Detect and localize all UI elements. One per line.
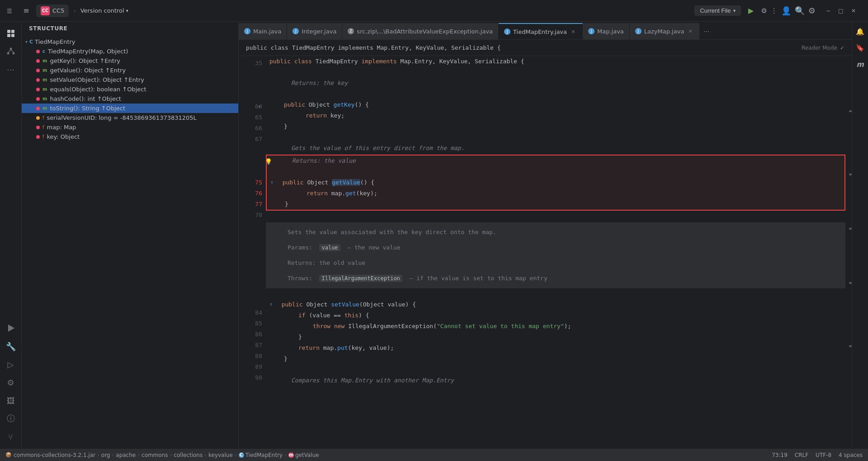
code-lines-container: public class TiedMapEntry implements Map… xyxy=(266,56,845,448)
doc-line-returns-key: Returns: the key xyxy=(266,78,845,89)
reader-mode-label: Reader Mode xyxy=(802,45,837,51)
debug-icon[interactable]: ⚙ xyxy=(761,7,767,15)
code-line-blank2 xyxy=(266,89,845,99)
bc-item-jar[interactable]: commons-collections-3.2.1.jar xyxy=(14,452,95,458)
activity-project-icon[interactable] xyxy=(3,25,19,42)
activity-deploy-icon[interactable]: ▷ xyxy=(3,356,19,372)
dot-icon xyxy=(36,88,40,91)
minimize-button[interactable]: − xyxy=(823,5,834,16)
structure-tree: ▾ C TiedMapEntry c TiedMapEntry(Map, Obj… xyxy=(22,35,238,448)
app-switcher[interactable]: CC CC5 xyxy=(36,5,69,17)
line-numbers: 35 64 65 66 67 75 76 77 78 xyxy=(239,56,266,448)
keyword: public xyxy=(282,299,307,310)
current-file-button[interactable]: Current File ▾ xyxy=(694,5,741,16)
dot-icon xyxy=(36,135,40,139)
tab-label: src.zip\...\BadAttributeValueExpExceptio… xyxy=(357,28,493,35)
tab-close-button[interactable]: ✕ xyxy=(687,28,694,35)
sidebar: Structure ▾ C TiedMapEntry c TiedMapEntr… xyxy=(22,22,239,448)
tabs-bar: J Main.java J Integer.java Z src.zip\...… xyxy=(239,22,852,40)
activity-tools-icon[interactable]: 🔧 xyxy=(3,338,19,354)
tab-icon: Z xyxy=(348,28,354,34)
tree-item-label: equals(Object): boolean ↑Object xyxy=(50,86,146,93)
tree-item-label: getValue(): Object ↑Entry xyxy=(50,67,126,74)
chevron-down-icon: ▾ xyxy=(25,39,28,44)
bc-item-commons[interactable]: commons xyxy=(142,452,168,458)
tree-item-setvalue[interactable]: m setValue(Object): Object ↑Entry xyxy=(22,75,238,85)
tree-item-label: TiedMapEntry(Map, Object) xyxy=(48,48,128,55)
tab-close-button[interactable]: ✕ xyxy=(570,28,577,35)
code-line-78 xyxy=(266,212,845,222)
right-m-icon[interactable]: m xyxy=(854,58,867,71)
right-bookmark-icon[interactable]: 🔖 xyxy=(854,42,867,54)
dot-icon xyxy=(36,126,40,129)
keyword: class xyxy=(294,56,316,67)
right-panel: 🔔 🔖 m xyxy=(852,22,868,448)
keyword: return xyxy=(307,188,331,199)
dot-icon xyxy=(36,107,40,110)
tree-item-serialversionuid[interactable]: f serialVersionUID: long = -845386936137… xyxy=(22,113,238,122)
activity-structure-icon[interactable] xyxy=(3,43,19,60)
right-notifications-icon[interactable]: 🔔 xyxy=(854,25,867,38)
code-area[interactable]: 35 64 65 66 67 75 76 77 78 xyxy=(239,56,852,448)
activity-git-icon[interactable]: ⑂ xyxy=(3,428,19,445)
tab-integer-java[interactable]: J Integer.java xyxy=(287,23,342,39)
project-selector[interactable]: Version control ▾ xyxy=(80,7,128,14)
tree-item-constructor[interactable]: c TiedMapEntry(Map, Object) xyxy=(22,47,238,56)
tree-item-key[interactable]: f key: Object xyxy=(22,132,238,141)
profile-icon[interactable]: 👤 xyxy=(781,6,791,15)
activity-bar: ··· 🔧 ▷ ⚙ 🖼 ⓘ ⑂ xyxy=(0,22,22,448)
activity-info-icon[interactable]: ⓘ xyxy=(3,410,19,427)
activity-image-icon[interactable]: 🖼 xyxy=(3,392,19,409)
cursor-position[interactable]: 73:19 xyxy=(772,452,788,458)
close-button[interactable]: ✕ xyxy=(848,5,859,16)
type: Object xyxy=(306,299,331,310)
tab-tiedmapentry-java[interactable]: J TiedMapEntry.java ✕ xyxy=(499,23,583,39)
activity-run-icon[interactable] xyxy=(3,320,19,336)
restore-button[interactable]: □ xyxy=(835,5,846,16)
activity-more-icon[interactable]: ··· xyxy=(3,61,19,78)
tab-lazymap-java[interactable]: J LazyMap.java ✕ xyxy=(630,23,700,39)
settings-icon[interactable]: ⚙ xyxy=(808,6,816,15)
run-button[interactable]: ▶ xyxy=(745,5,757,17)
code-line-88: return map.put(key, value); xyxy=(266,343,845,353)
code-text: ); xyxy=(564,321,571,332)
bc-item-keyvalue[interactable]: keyvalue xyxy=(208,452,233,458)
tree-item-map[interactable]: f map: Map xyxy=(22,122,238,132)
hamburger-menu[interactable]: ≡ xyxy=(20,5,33,17)
tab-badattribute-java[interactable]: Z src.zip\...\BadAttributeValueExpExcept… xyxy=(342,23,499,39)
code-line-87: } xyxy=(266,332,845,343)
code-line-66: } xyxy=(266,121,845,132)
more-options-icon[interactable]: ⋮ xyxy=(771,7,778,15)
activity-settings2-icon[interactable]: ⚙ xyxy=(3,374,19,390)
editor-area: J Main.java J Integer.java Z src.zip\...… xyxy=(239,22,852,448)
bc-item-org[interactable]: org xyxy=(101,452,110,458)
search-icon[interactable]: 🔍 xyxy=(795,6,805,15)
line-ending[interactable]: CRLF xyxy=(795,452,808,458)
tab-main-java[interactable]: J Main.java xyxy=(239,23,287,39)
tab-map-java[interactable]: J Map.java xyxy=(583,23,630,39)
tree-item-tostring[interactable]: m toString(): String ↑Object xyxy=(22,103,238,113)
titlebar: ☰ ≡ CC CC5 › Version control ▾ Current F… xyxy=(0,0,868,22)
tree-item-getvalue[interactable]: m getValue(): Object ↑Entry xyxy=(22,66,238,75)
code-text: (key, value); xyxy=(348,343,394,353)
code-text: ( xyxy=(433,321,437,332)
separator: › xyxy=(73,7,75,14)
encoding[interactable]: UTF-8 xyxy=(816,452,831,458)
bc-item-method[interactable]: m getValue xyxy=(288,452,319,458)
tree-item-root[interactable]: ▾ C TiedMapEntry xyxy=(22,37,238,47)
tree-item-hashcode[interactable]: m hashCode(): int ↑Object xyxy=(22,94,238,103)
tabs-more-button[interactable]: ⋯ xyxy=(700,23,712,39)
code-text: (value == xyxy=(309,310,344,321)
code-text: } xyxy=(285,199,288,210)
app-logo[interactable]: ☰ xyxy=(4,5,16,17)
bc-item-collections[interactable]: collections xyxy=(174,452,203,458)
dot-icon xyxy=(36,78,40,82)
code-text: () { xyxy=(360,177,374,188)
tree-item-getkey[interactable]: m getKey(): Object ↑Entry xyxy=(22,56,238,66)
bc-item-class[interactable]: C TiedMapEntry xyxy=(239,452,283,458)
indent-setting[interactable]: 4 spaces xyxy=(839,452,863,458)
tree-item-equals[interactable]: m equals(Object): boolean ↑Object xyxy=(22,85,238,94)
bc-item-apache[interactable]: apache xyxy=(116,452,136,458)
titlebar-center: Current File ▾ ▶ ⚙ ⋮ 👤 🔍 ⚙ − □ ✕ xyxy=(132,5,864,17)
class-header-bar: public class TiedMapEntry implements Map… xyxy=(239,40,852,56)
